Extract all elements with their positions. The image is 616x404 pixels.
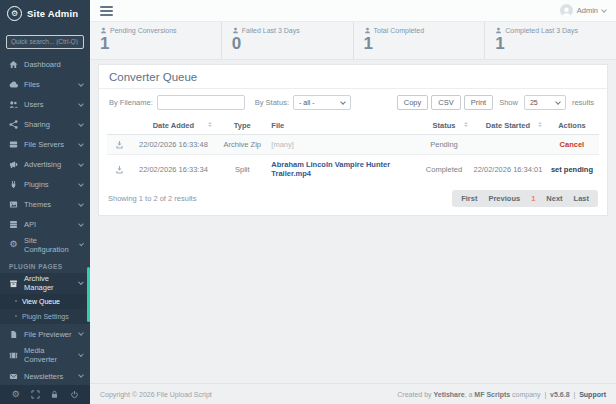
column-header-date-added[interactable]: Date Added	[132, 117, 216, 135]
file-link[interactable]: Abraham Lincoln Vampire Hunter Trailer.m…	[271, 160, 390, 178]
user-icon	[100, 27, 107, 34]
chevron-down-icon	[78, 372, 84, 378]
sidebar-item-label: Files	[24, 80, 40, 89]
stats-row: Pending Conversions 1 Failed Last 3 Days…	[90, 22, 616, 60]
site-logo-icon: ⚙	[7, 6, 22, 21]
sidebar-item-file-previewer[interactable]: File Previewer	[0, 324, 90, 345]
by-status-label: By Status:	[255, 98, 289, 107]
column-header-file[interactable]: File	[269, 117, 417, 135]
user-menu[interactable]: Admin	[560, 4, 606, 17]
sidebar-item-archive-manager[interactable]: Archive Manager	[0, 273, 90, 294]
sidebar-item-sharing[interactable]: Sharing	[0, 115, 90, 135]
copyright-text: Copyright © 2026 File Upload Script	[100, 391, 212, 398]
print-button[interactable]: Print	[464, 95, 493, 110]
sidebar-item-plugins[interactable]: Plugins	[0, 175, 90, 195]
set-pending-action-link[interactable]: set pending	[551, 165, 593, 174]
gear-icon[interactable]: ⚙	[10, 389, 22, 401]
user-icon	[364, 27, 371, 34]
stat-label: Pending Conversions	[110, 27, 177, 34]
sidebar-item-advertising[interactable]: Advertising	[0, 155, 90, 175]
chevron-down-icon	[78, 351, 83, 356]
cancel-action-link[interactable]: Cancel	[560, 140, 585, 149]
user-name: Admin	[577, 6, 598, 15]
bullet-icon	[15, 315, 17, 317]
pagination-previous[interactable]: Previous	[488, 194, 520, 203]
show-label: Show	[499, 98, 518, 107]
csv-button[interactable]: CSV	[431, 95, 460, 110]
sidebar-subitem-view-queue[interactable]: View Queue	[0, 294, 90, 309]
column-header-actions: Actions	[545, 117, 599, 135]
sidebar-item-label: File Servers	[24, 140, 64, 149]
pagination-first[interactable]: First	[461, 194, 477, 203]
cell-date-started	[471, 135, 545, 155]
sidebar-item-media-converter[interactable]: Media Converter	[0, 345, 90, 366]
pagination-last[interactable]: Last	[574, 194, 589, 203]
sidebar-item-api[interactable]: API	[0, 215, 90, 235]
created-by-text: Created by	[397, 391, 433, 398]
column-header-status[interactable]: Status	[417, 117, 471, 135]
download-icon[interactable]	[109, 140, 130, 149]
cell-file: [many]	[271, 140, 294, 149]
stat-value: 1	[100, 35, 221, 52]
credits-text: company |	[510, 391, 550, 398]
sidebar-item-files[interactable]: Files	[0, 75, 90, 95]
home-icon	[9, 60, 18, 69]
lock-icon[interactable]	[49, 389, 61, 401]
vendor-link[interactable]: Yetishare	[433, 391, 464, 398]
chevron-down-icon	[78, 101, 84, 107]
panel-title: Converter Queue	[99, 65, 607, 89]
menu-toggle-icon[interactable]	[100, 6, 113, 16]
sidebar-item-file-servers[interactable]: File Servers	[0, 135, 90, 155]
sidebar-item-label: Dashboard	[24, 60, 61, 69]
stat-value: 1	[364, 35, 485, 52]
chevron-down-icon	[78, 330, 84, 336]
sidebar-subitem-label: View Queue	[22, 298, 60, 305]
power-icon[interactable]	[68, 389, 80, 401]
sidebar-item-label: Advertising	[24, 160, 61, 169]
column-header-date-started[interactable]: Date Started	[471, 117, 545, 135]
sidebar: ⚙ Site Admin Dashboard Files Users	[0, 0, 90, 404]
sidebar-item-newsletters[interactable]: Newsletters	[0, 366, 90, 387]
column-header-type[interactable]: Type	[215, 117, 269, 135]
table-row: 22/02/2026 16:33:48 Archive Zip [many] P…	[107, 135, 599, 155]
topbar: Admin	[90, 0, 616, 22]
status-select[interactable]: - all -	[293, 95, 351, 110]
film-icon	[9, 351, 18, 360]
sidebar-item-site-configuration[interactable]: ⚙ Site Configuration	[0, 235, 90, 255]
stat-failed-last-3-days: Failed Last 3 Days 0	[221, 22, 353, 59]
icon-column-header	[107, 117, 132, 135]
chevron-down-icon	[79, 279, 84, 284]
page-size-select[interactable]: 25	[524, 95, 566, 110]
pagination-current-page[interactable]: 1	[531, 194, 535, 203]
sidebar-subitem-plugin-settings[interactable]: Plugin Settings	[0, 309, 90, 324]
sidebar-item-users[interactable]: Users	[0, 95, 90, 115]
pagination-next[interactable]: Next	[546, 194, 562, 203]
stat-value: 1	[495, 35, 616, 52]
results-label: results	[572, 98, 594, 107]
sidebar-item-label: Themes	[24, 200, 51, 209]
pagination: First Previous 1 Next Last	[452, 190, 598, 207]
sidebar-subitem-label: Plugin Settings	[22, 313, 69, 320]
chevron-down-icon	[78, 81, 84, 87]
sidebar-item-label: API	[24, 220, 36, 229]
sidebar-item-dashboard[interactable]: Dashboard	[0, 55, 90, 75]
fullscreen-icon[interactable]	[29, 389, 41, 401]
users-icon	[9, 100, 18, 109]
user-icon	[232, 27, 239, 34]
support-link[interactable]: Support	[579, 391, 606, 398]
sidebar-item-label: Plugins	[24, 180, 49, 189]
table-header-row: Date Added Type File Status Date Started…	[107, 117, 599, 135]
download-icon[interactable]	[109, 165, 130, 174]
company-link[interactable]: MF Scripts	[474, 391, 510, 398]
archive-icon	[9, 279, 18, 288]
chevron-down-icon	[601, 7, 607, 13]
quick-search-input[interactable]	[6, 35, 84, 49]
gear-icon: ⚙	[9, 240, 18, 249]
filename-filter-input[interactable]	[157, 95, 245, 110]
copy-button[interactable]: Copy	[397, 95, 429, 110]
sidebar-item-label: Newsletters	[24, 372, 63, 381]
sidebar-item-themes[interactable]: Themes	[0, 195, 90, 215]
cell-date-added: 22/02/2026 16:33:48	[132, 135, 216, 155]
megaphone-icon	[9, 160, 18, 169]
plug-icon	[9, 180, 18, 189]
